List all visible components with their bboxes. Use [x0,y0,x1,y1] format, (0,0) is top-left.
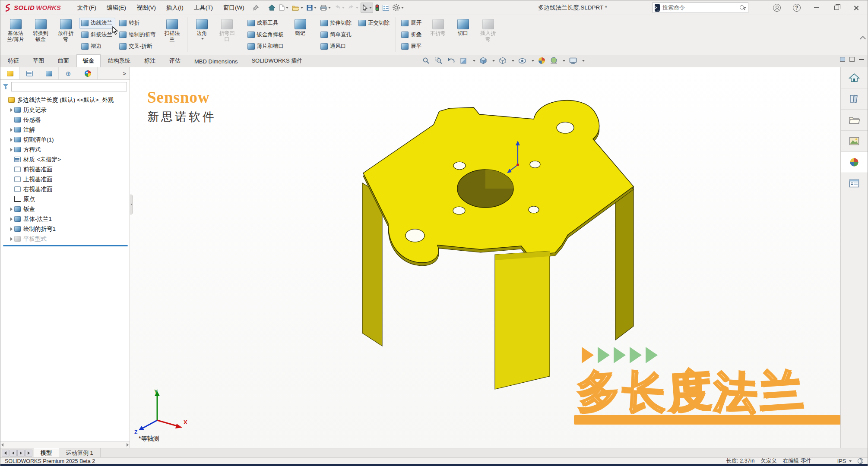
ribbon-collapse-chevron[interactable] [861,35,865,39]
print-button[interactable] [319,3,332,13]
tab-mbd-dimensions[interactable]: MBD Dimensions [188,56,244,67]
cross-break-button[interactable]: 交叉-折断 [117,41,159,52]
tree-item-origin[interactable]: 原点 [2,194,130,204]
close-button[interactable] [848,2,865,13]
rollback-bar[interactable] [3,245,128,246]
save-dropdown[interactable] [314,7,317,9]
pane-minimize-icon[interactable] [859,59,864,60]
rip-button[interactable]: 切口 [450,16,475,53]
part-lobe-hole[interactable] [557,122,574,133]
undo-dropdown[interactable] [342,7,345,9]
model-tab[interactable]: 模型 [34,448,59,457]
restore-button[interactable] [828,2,845,13]
print-dropdown[interactable] [328,7,331,9]
part-lobe-hole[interactable] [405,229,424,242]
expander[interactable] [8,128,14,132]
new-document-button[interactable] [278,3,290,13]
gusset-button[interactable]: 钣金角撑板 [245,29,287,40]
property-manager-tab[interactable] [20,67,39,79]
view-orientation-button[interactable] [478,56,488,65]
hide-show-items-dropdown[interactable] [532,60,534,62]
help-button[interactable]: ? [788,2,805,13]
tab-sketch[interactable]: 草图 [26,54,51,67]
tree-item-sheet-metal[interactable]: 钣金 [2,204,130,214]
tab-solidworks-addins[interactable]: SOLIDWORKS 插件 [245,54,309,67]
select-tool-button[interactable] [361,3,373,13]
expander[interactable] [8,208,14,211]
insert-bends-button[interactable]: 插入折弯 [475,16,501,53]
apply-scene-dropdown[interactable] [563,60,565,62]
menu-edit[interactable]: 编辑(E) [102,2,130,13]
appearances-button[interactable] [841,152,868,173]
tab-structure-system[interactable]: 结构系统 [101,54,137,67]
menu-insert[interactable]: 插入(I) [162,2,188,13]
dimxpert-tab[interactable]: ⊕ [59,67,78,79]
menu-view[interactable]: 视图(V) [132,2,160,13]
feature-tree-tab[interactable] [0,67,20,79]
redo-button[interactable] [347,3,360,12]
rebuild-button[interactable] [374,3,380,13]
tab-features[interactable]: 特征 [1,54,25,67]
no-bends-button[interactable]: 不折弯 [425,16,450,53]
vent-button[interactable]: 通风口 [318,41,355,52]
tab-and-slot-button[interactable]: 薄片和槽口 [245,41,287,52]
panel-splitter-handle[interactable] [130,195,133,214]
display-manager-tab[interactable] [78,67,98,79]
open-button[interactable] [291,3,304,13]
fold-button[interactable]: 折叠 [399,29,424,40]
normal-cut-button[interactable]: 正交切除 [356,18,393,28]
tab-markup[interactable]: 标注 [138,54,162,67]
minimize-button[interactable] [808,2,825,13]
forming-tool-button[interactable]: 成形工具 [245,18,287,28]
tree-item-material[interactable]: 材质 <未指定> [2,154,130,164]
stamp-button[interactable]: 戳记 [288,16,313,53]
display-options-button[interactable] [381,3,390,13]
tab-surfaces[interactable]: 曲面 [51,54,76,67]
search-input[interactable] [662,4,738,11]
expander[interactable] [8,237,14,241]
part-bolt-hole[interactable] [453,207,465,214]
open-dropdown[interactable] [301,7,303,9]
tree-item-sketched-bend[interactable]: 绘制的折弯1 [2,224,130,234]
unfold-button[interactable]: 展开 [399,18,424,28]
miter-flange-button[interactable]: 斜接法兰 [79,29,115,40]
tree-item-annotations[interactable]: 注解 [2,125,130,135]
display-style-button[interactable] [498,56,507,65]
edit-appearance-button[interactable] [537,56,546,65]
menu-window[interactable]: 窗口(W) [219,2,249,13]
search-magnifier-icon[interactable] [739,5,741,11]
tab-sheet-metal[interactable]: 钣金 [76,54,101,67]
part-bolt-hole[interactable] [530,161,540,168]
redo-dropdown[interactable] [356,7,358,9]
convert-to-sheet-metal-button[interactable]: 转换到钣金 [28,16,53,53]
tree-item-front-plane[interactable]: 前视基准面 [2,164,130,174]
prev-tab-button[interactable] [10,450,17,457]
display-style-dropdown[interactable] [512,60,514,62]
scroll-right-icon[interactable] [127,443,129,447]
section-view-dropdown[interactable] [473,60,475,62]
zoom-to-area-button[interactable] [434,56,444,65]
view-orientation-dropdown[interactable] [492,60,495,62]
tree-item-right-plane[interactable]: 右视基准面 [2,184,130,194]
home-button[interactable] [267,3,277,13]
save-button[interactable] [305,3,318,13]
tree-item-cutlist[interactable]: 切割清单(1) [2,135,130,145]
tree-root[interactable]: 多边线法兰长度 (默认) <<默认>_外观 [2,95,130,105]
settings-dropdown[interactable] [401,7,404,9]
select-tool-dropdown[interactable] [369,7,372,9]
section-view-button[interactable] [459,57,469,65]
corner-dropdown[interactable] [201,38,204,40]
expander[interactable] [8,217,14,221]
view-palette-button[interactable] [841,131,868,152]
expander[interactable] [8,138,14,142]
jog-button[interactable]: 转折 [117,18,159,28]
apply-scene-button[interactable] [549,56,558,65]
undo-button[interactable] [333,3,346,12]
pin-menu-icon[interactable] [252,4,259,11]
part-bolt-hole[interactable] [529,206,539,213]
bend-notch-button[interactable]: 折弯凹口 [215,16,240,53]
tree-item-top-plane[interactable]: 上视基准面 [2,174,130,184]
tree-item-base-flange[interactable]: 基体-法兰1 [2,214,130,224]
base-flange-button[interactable]: 基体法兰/薄片 [3,16,28,53]
configuration-manager-tab[interactable] [39,67,59,79]
